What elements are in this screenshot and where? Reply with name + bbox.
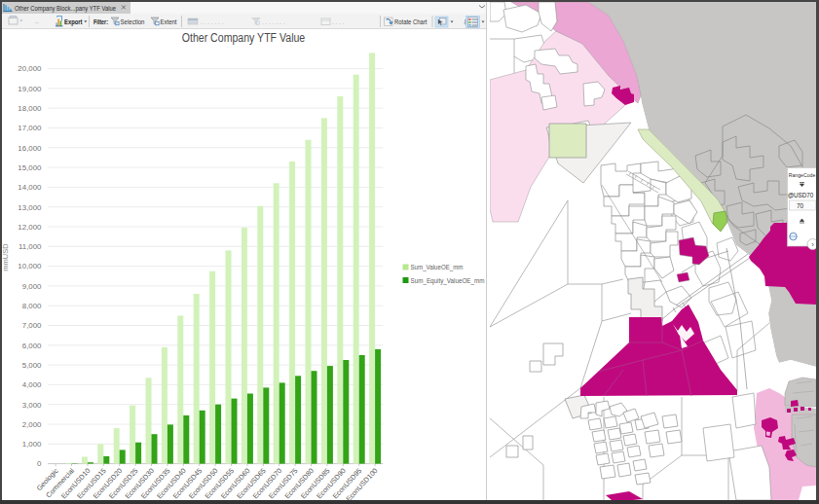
svg-text:18,000: 18,000 xyxy=(18,104,42,113)
svg-text:11,000: 11,000 xyxy=(19,242,42,251)
svg-text:13,000: 13,000 xyxy=(18,203,42,212)
svg-text:20,000: 20,000 xyxy=(18,64,42,73)
svg-text:4,000: 4,000 xyxy=(22,380,42,389)
svg-text:7,000: 7,000 xyxy=(22,321,42,330)
svg-text:3,000: 3,000 xyxy=(22,401,42,410)
svg-text:..: .. xyxy=(35,18,39,24)
svg-text:17,000: 17,000 xyxy=(18,124,42,132)
svg-text:1,000: 1,000 xyxy=(22,440,42,449)
svg-text:16,000: 16,000 xyxy=(18,144,42,153)
svg-text:Selection: Selection xyxy=(121,17,145,25)
svg-text:mmUSD: mmUSD xyxy=(2,243,10,271)
svg-text:9,000: 9,000 xyxy=(22,282,42,291)
svg-text:Extent: Extent xyxy=(161,17,177,25)
svg-text:Other Company YTF Value: Other Company YTF Value xyxy=(182,31,306,45)
svg-text:›: › xyxy=(811,240,814,249)
svg-text:2,000: 2,000 xyxy=(22,420,42,429)
svg-text:Sum_ValueOE_mm: Sum_ValueOE_mm xyxy=(411,264,464,271)
svg-text:12,000: 12,000 xyxy=(18,223,42,232)
svg-text:8,000: 8,000 xyxy=(22,302,42,310)
svg-text:. . . .: . . . . xyxy=(332,18,345,24)
svg-text:Rotate Chart: Rotate Chart xyxy=(394,17,428,25)
svg-text:0: 0 xyxy=(37,459,42,468)
svg-text:. . . . . . .: . . . . . . . xyxy=(262,18,285,24)
svg-text:15,000: 15,000 xyxy=(18,163,42,172)
svg-text:Filter:: Filter: xyxy=(93,17,108,25)
svg-text:@USD70: @USD70 xyxy=(788,192,814,198)
svg-text:14,000: 14,000 xyxy=(18,183,42,192)
svg-text:5,000: 5,000 xyxy=(22,361,42,370)
svg-text:10,000: 10,000 xyxy=(18,262,42,270)
svg-text:Export: Export xyxy=(64,17,83,25)
svg-text:Other Company Block...pany YT: Other Company Block...pany YTF Value xyxy=(15,4,116,13)
svg-text:RangeCode: RangeCode xyxy=(789,171,816,178)
svg-text:70: 70 xyxy=(797,202,804,209)
svg-text:. . . . . . .: . . . . . . . xyxy=(201,18,224,24)
svg-text:Sum_Equity_ValueOE_mm: Sum_Equity_ValueOE_mm xyxy=(411,277,485,285)
svg-text:6,000: 6,000 xyxy=(22,342,42,350)
svg-text:19,000: 19,000 xyxy=(18,85,42,93)
